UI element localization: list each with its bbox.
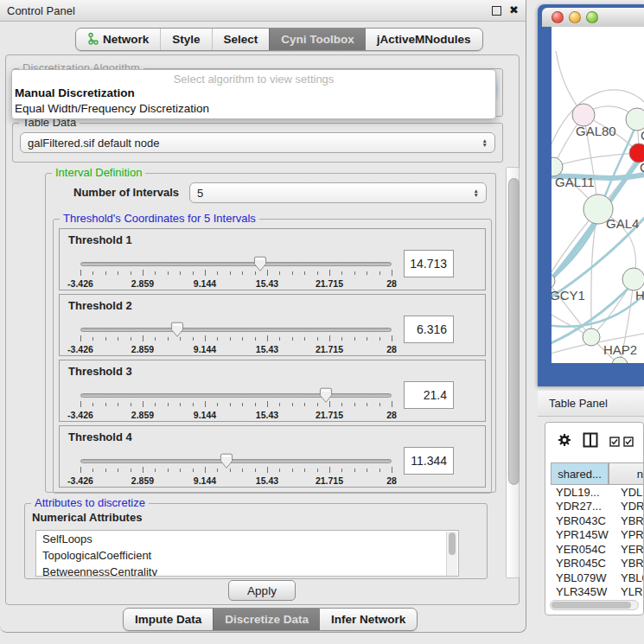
- tab-label: Impute Data: [135, 613, 201, 626]
- attribute-list-item[interactable]: SelfLoops: [36, 531, 458, 547]
- network-canvas[interactable]: GAL80GCGAL11GAL4GCY1HHAP2: [552, 27, 644, 363]
- table-horizontal-scrollbar[interactable]: [550, 600, 639, 610]
- network-window-titlebar[interactable]: [542, 8, 644, 27]
- algorithm-option-1[interactable]: Manual Discretization: [15, 86, 135, 99]
- tick-label: 15.43: [256, 475, 278, 486]
- minimize-traffic-icon[interactable]: [569, 11, 581, 23]
- tick-label: 21.715: [316, 344, 343, 354]
- tab-infer-network[interactable]: Infer Network: [320, 609, 417, 630]
- tick-label: -3.426: [67, 278, 93, 289]
- slider-ticks: [80, 335, 392, 343]
- attributes-group: Attributes to discretize Numerical Attri…: [24, 503, 488, 579]
- slider-ticks: [80, 467, 392, 475]
- slider-track[interactable]: [80, 262, 392, 266]
- tab-select[interactable]: Select: [212, 29, 270, 50]
- threshold-slider[interactable]: -3.4262.8599.14415.4321.71528: [80, 255, 392, 288]
- table-panel-body: shared...na YDL19...YDL1YDR27...YDR2YBR0…: [545, 422, 644, 615]
- stepper-arrows-icon: ▲▼: [469, 188, 479, 198]
- scrollbar-thumb[interactable]: [508, 178, 520, 485]
- slider-track[interactable]: [80, 393, 392, 398]
- tick-label: 28: [386, 475, 397, 486]
- list-scrollbar[interactable]: [446, 532, 457, 576]
- threshold-slider[interactable]: -3.4262.8599.14415.4321.71528: [80, 386, 392, 419]
- threshold-slider[interactable]: -3.4262.8599.14415.4321.71528: [80, 452, 392, 485]
- slider-thumb-icon[interactable]: [253, 256, 267, 272]
- table-row[interactable]: YLR345WYLR3: [551, 585, 644, 600]
- tick-label: 21.715: [316, 278, 343, 289]
- tick-label: 2.859: [131, 278, 154, 289]
- slider-thumb-icon[interactable]: [319, 387, 333, 404]
- column-layout-icon[interactable]: [583, 432, 598, 451]
- slider-thumb-icon[interactable]: [170, 322, 184, 338]
- attribute-list-item[interactable]: BetweennessCentrality: [36, 564, 458, 577]
- table-row[interactable]: YBR045CYBR0: [551, 557, 644, 571]
- control-panel-window: Control Panel ✖ NetworkStyleSelectCyni T…: [0, 0, 526, 633]
- tick-label: 9.144: [194, 344, 216, 354]
- threshold-value-field[interactable]: 21.4: [404, 381, 454, 409]
- number-of-intervals-value: 5: [197, 187, 203, 200]
- table-row[interactable]: YBL079WYBL0: [551, 571, 644, 585]
- select-none-checkbox-icon[interactable]: [623, 437, 634, 447]
- panel-scrollbar[interactable]: [506, 167, 520, 578]
- network-node-node-bottom[interactable]: [612, 357, 628, 363]
- close-traffic-icon[interactable]: [552, 11, 564, 23]
- thresholds-group: Threshold's Coordinates for 5 Intervals …: [53, 219, 492, 494]
- control-panel-titlebar: Control Panel ✖: [0, 0, 526, 22]
- table-cell: YBR0: [612, 514, 644, 527]
- tick-label: 28: [386, 344, 397, 354]
- apply-button[interactable]: Apply: [228, 580, 296, 601]
- column-header-2[interactable]: na: [609, 462, 644, 485]
- threshold-panel-4: Threshold 4-3.4262.8599.14415.4321.71528…: [59, 425, 486, 488]
- table-cell: YPR145W: [551, 528, 612, 541]
- table-row[interactable]: YDR27...YDR2: [551, 500, 644, 514]
- slider-track[interactable]: [80, 328, 392, 332]
- tab-discretize-data[interactable]: Discretize Data: [213, 609, 320, 630]
- tick-label: 2.859: [131, 475, 154, 486]
- numerical-attributes-list[interactable]: SelfLoopsTopologicalCoefficientBetweenne…: [35, 530, 459, 577]
- table-data-value: galFiltered.sif default node: [28, 137, 159, 150]
- tick-label: -3.426: [67, 410, 93, 420]
- threshold-label: Threshold 3: [68, 365, 132, 378]
- close-icon[interactable]: ✖: [509, 6, 519, 15]
- network-node-label: GAL11: [555, 175, 595, 189]
- slider-track[interactable]: [80, 459, 392, 463]
- tab-jactivemnodules[interactable]: jActiveMNodules: [366, 29, 482, 50]
- network-node-label: GAL80: [576, 124, 616, 138]
- table-data-group: Table Data galFiltered.sif default node …: [12, 123, 503, 163]
- slider-ticks: [80, 401, 392, 409]
- threshold-slider[interactable]: -3.4262.8599.14415.4321.71528: [80, 321, 392, 354]
- table-cell: YDR27...: [551, 500, 612, 513]
- table-row[interactable]: YER054CYER0: [551, 542, 644, 557]
- table-row[interactable]: YBR043CYBR0: [551, 513, 644, 528]
- threshold-value-field[interactable]: 14.713: [404, 250, 454, 277]
- tab-style[interactable]: Style: [160, 29, 211, 50]
- scrollbar-thumb[interactable]: [552, 602, 631, 609]
- attribute-list-item[interactable]: TopologicalCoefficient: [36, 547, 458, 564]
- tab-label: Style: [172, 33, 200, 46]
- float-window-icon[interactable]: [492, 6, 501, 16]
- gear-icon[interactable]: [558, 433, 571, 450]
- tab-impute-data[interactable]: Impute Data: [124, 609, 213, 630]
- column-header-1[interactable]: shared...: [551, 462, 609, 485]
- network-node-hap2[interactable]: [583, 328, 600, 346]
- tab-network[interactable]: Network: [76, 29, 160, 50]
- select-all-checkbox-icon[interactable]: [609, 437, 620, 447]
- network-node-label: C: [640, 160, 644, 175]
- tab-label: Infer Network: [331, 613, 405, 626]
- table-panel-title: Table Panel: [549, 397, 608, 410]
- table-cell: YBL079W: [551, 571, 612, 584]
- number-of-intervals-select[interactable]: 5 ▲▼: [189, 182, 487, 203]
- table-data-select[interactable]: galFiltered.sif default node ▲▼: [20, 132, 495, 153]
- zoom-traffic-icon[interactable]: [586, 11, 598, 23]
- tick-label: 15.43: [256, 410, 278, 420]
- tick-label: 15.43: [256, 344, 278, 354]
- threshold-value-field[interactable]: 6.316: [404, 316, 454, 343]
- algorithm-option-2[interactable]: Equal Width/Frequency Discretization: [15, 102, 209, 115]
- tab-cyni-toolbox[interactable]: Cyni Toolbox: [269, 29, 366, 50]
- table-cell: YDL1: [612, 486, 644, 499]
- slider-thumb-icon[interactable]: [220, 453, 233, 469]
- table-cell: YBR043C: [551, 514, 612, 527]
- table-row[interactable]: YPR145WYPR1: [551, 528, 644, 543]
- table-row[interactable]: YDL19...YDL1: [551, 485, 644, 500]
- threshold-value-field[interactable]: 11.344: [404, 447, 454, 475]
